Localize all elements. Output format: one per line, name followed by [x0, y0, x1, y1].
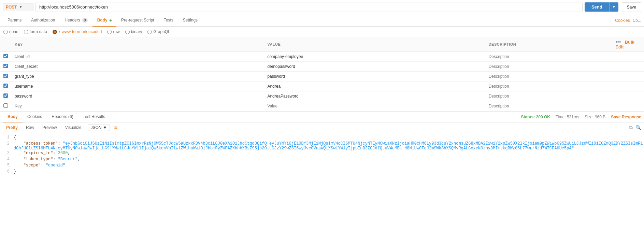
save-response-button[interactable]: Save Response: [611, 115, 641, 119]
tab-params[interactable]: Params: [3, 14, 26, 27]
row-value-input[interactable]: [267, 74, 482, 79]
response-tab-body[interactable]: Body: [3, 112, 23, 122]
row-checkbox-cell[interactable]: [0, 62, 11, 72]
option-none[interactable]: none: [3, 29, 18, 34]
top-bar: POST ▼ Send ▼ Save: [0, 0, 644, 14]
row-checkbox[interactable]: [3, 64, 8, 68]
row-description-input[interactable]: [489, 64, 609, 69]
row-description-input[interactable]: [489, 94, 609, 99]
row-key-input[interactable]: [15, 64, 260, 69]
row-description-input[interactable]: [489, 74, 609, 79]
response-tab-testresults[interactable]: Test Results: [78, 112, 110, 122]
row-checkbox-cell[interactable]: [0, 72, 11, 82]
row-value-cell[interactable]: [264, 91, 485, 101]
row-checkbox-cell[interactable]: [0, 91, 11, 101]
row-value-cell[interactable]: [264, 72, 485, 82]
method-label: POST: [6, 5, 17, 10]
row-value-cell[interactable]: [264, 52, 485, 62]
row-value-input[interactable]: [267, 64, 482, 69]
tab-settings[interactable]: Settings: [178, 14, 202, 27]
row-description-cell[interactable]: [485, 62, 612, 72]
option-binary[interactable]: binary: [125, 29, 142, 34]
empty-value-cell[interactable]: [264, 101, 485, 111]
empty-checkbox-cell[interactable]: [0, 101, 11, 111]
search-icon[interactable]: 🔍: [635, 125, 641, 130]
row-description-input[interactable]: [489, 54, 609, 59]
tab-authorization[interactable]: Authorization: [26, 14, 60, 27]
row-key-cell[interactable]: [11, 91, 264, 101]
row-value-cell[interactable]: [264, 82, 485, 91]
actions-header: ••• Bulk Edit: [612, 37, 644, 52]
response-tab-cookies[interactable]: Cookies: [23, 112, 47, 122]
row-actions-cell: [612, 72, 644, 82]
empty-description-cell[interactable]: [485, 101, 612, 111]
tab-headers[interactable]: Headers 9: [60, 14, 92, 27]
row-checkbox[interactable]: [3, 93, 8, 98]
body-dot: [110, 19, 112, 21]
format-tab-preview[interactable]: Preview: [39, 124, 60, 131]
row-checkbox[interactable]: [3, 54, 8, 58]
row-checkbox[interactable]: [3, 74, 8, 78]
table-row: [0, 91, 644, 101]
copy-icon[interactable]: ⧉: [629, 125, 633, 131]
row-description-cell[interactable]: [485, 82, 612, 91]
empty-description-input[interactable]: [489, 104, 609, 108]
format-type-selector[interactable]: JSON ▼: [88, 124, 110, 131]
cookies-link[interactable]: Cookies: [615, 18, 630, 23]
response-tabs-row: Body Cookies Headers (6) Test Results St…: [0, 112, 644, 122]
option-formdata[interactable]: form-data: [24, 29, 47, 34]
row-key-cell[interactable]: [11, 82, 264, 91]
table-header-row: KEY VALUE DESCRIPTION ••• Bulk Edit: [0, 37, 644, 52]
row-value-cell[interactable]: [264, 62, 485, 72]
row-checkbox-cell[interactable]: [0, 52, 11, 62]
response-code-area: 1{2 "access_token": "eyJhbGciOiJSUzI1NiI…: [0, 133, 644, 177]
empty-value-input[interactable]: [267, 104, 482, 108]
row-description-input[interactable]: [489, 84, 609, 89]
row-value-input[interactable]: [267, 94, 482, 99]
method-chevron-icon: ▼: [19, 5, 23, 9]
row-description-cell[interactable]: [485, 52, 612, 62]
line-number: 4: [0, 157, 14, 163]
save-button[interactable]: Save: [622, 2, 641, 12]
row-value-input[interactable]: [267, 84, 482, 89]
more-link[interactable]: Co...: [633, 18, 641, 23]
row-description-cell[interactable]: [485, 91, 612, 101]
row-checkbox-cell[interactable]: [0, 82, 11, 91]
row-key-input[interactable]: [15, 94, 260, 99]
row-key-cell[interactable]: [11, 62, 264, 72]
row-value-input[interactable]: [267, 54, 482, 59]
format-tab-pretty[interactable]: Pretty: [3, 124, 21, 131]
empty-key-input[interactable]: [15, 104, 260, 108]
three-dots-icon[interactable]: •••: [615, 39, 621, 45]
tab-tests[interactable]: Tests: [159, 14, 178, 27]
wrap-icon[interactable]: ≡: [114, 125, 117, 130]
option-urlencoded[interactable]: x-www-form-urlencoded: [53, 29, 102, 34]
option-raw[interactable]: raw: [107, 29, 119, 34]
send-button[interactable]: Send: [585, 2, 609, 12]
empty-actions-cell: [612, 101, 644, 111]
tab-body[interactable]: Body: [92, 14, 116, 27]
line-content: "expires_in": 3600,: [14, 151, 644, 157]
line-content: "access_token": "eyJhbGciOiJSUzI1NiIsImt…: [14, 141, 644, 151]
key-column-header: KEY: [11, 37, 264, 52]
row-key-input[interactable]: [15, 84, 260, 89]
empty-checkbox[interactable]: [3, 103, 8, 108]
option-graphql[interactable]: GraphQL: [147, 29, 170, 34]
row-checkbox[interactable]: [3, 84, 8, 88]
method-selector[interactable]: POST ▼: [3, 3, 33, 11]
table-row-empty: [0, 101, 644, 111]
response-tab-headers[interactable]: Headers (6): [47, 112, 78, 122]
send-dropdown-button[interactable]: ▼: [609, 2, 618, 12]
format-tab-visualize[interactable]: Visualize: [62, 124, 85, 131]
tab-prerequest[interactable]: Pre-request Script: [116, 14, 159, 27]
row-description-cell[interactable]: [485, 72, 612, 82]
row-key-input[interactable]: [15, 74, 260, 79]
row-key-cell[interactable]: [11, 52, 264, 62]
url-input[interactable]: [35, 2, 583, 12]
row-actions-cell: [612, 52, 644, 62]
format-tab-raw[interactable]: Raw: [23, 124, 38, 131]
row-key-cell[interactable]: [11, 72, 264, 82]
empty-key-cell[interactable]: [11, 101, 264, 111]
row-key-input[interactable]: [15, 54, 260, 59]
table-row: [0, 62, 644, 72]
